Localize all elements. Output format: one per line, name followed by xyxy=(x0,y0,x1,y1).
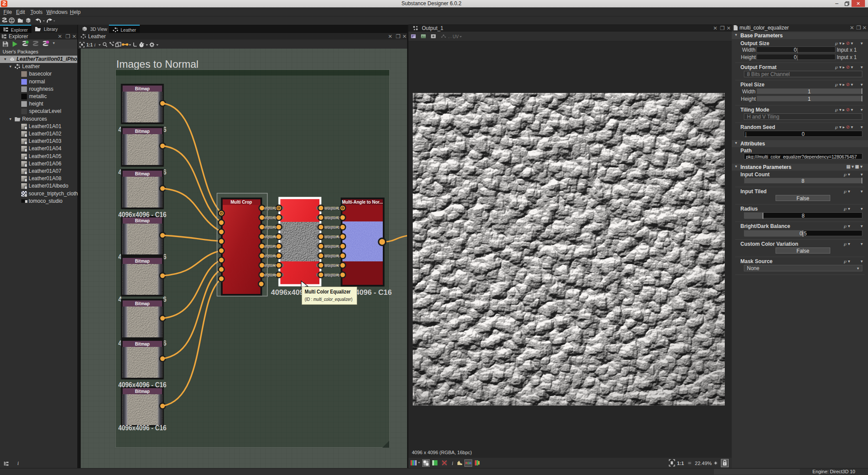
svg-text:i: i xyxy=(94,42,95,47)
svg-text:RGB: RGB xyxy=(465,462,472,465)
svg-text:Input 2: Input 2 xyxy=(264,216,276,220)
svg-text:Bitmap: Bitmap xyxy=(135,259,150,264)
svg-text:Multi Crop: Multi Crop xyxy=(230,200,252,205)
svg-text:Output 7: Output 7 xyxy=(325,264,340,268)
svg-text:Bitmap: Bitmap xyxy=(135,301,150,306)
svg-text:Input 5: Input 5 xyxy=(264,244,276,249)
svg-text:Multi-Angle to Nor...: Multi-Angle to Nor... xyxy=(342,200,383,205)
svg-text:Multi Color Equalizer: Multi Color Equalizer xyxy=(305,288,351,295)
svg-text:Bitmap: Bitmap xyxy=(135,389,150,394)
svg-text:Output 6: Output 6 xyxy=(325,254,340,258)
svg-text:Bitmap: Bitmap xyxy=(135,342,150,346)
svg-text:UV: UV xyxy=(453,34,459,39)
svg-text:Input 7: Input 7 xyxy=(264,264,276,268)
svg-text:Bitmap: Bitmap xyxy=(135,172,150,176)
svg-text:Output 2: Output 2 xyxy=(325,216,340,220)
svg-text:Output 1: Output 1 xyxy=(325,206,340,211)
svg-text:Images to Normal: Images to Normal xyxy=(116,58,198,70)
svg-text:i: i xyxy=(452,460,453,466)
svg-text:4096x4096 - C16: 4096x4096 - C16 xyxy=(118,424,167,432)
svg-text:(ID : multi_color_equalizer): (ID : multi_color_equalizer) xyxy=(305,297,352,302)
svg-text:Input 8: Input 8 xyxy=(264,273,276,277)
svg-text:Output 4: Output 4 xyxy=(325,235,340,239)
svg-text:Bitmap: Bitmap xyxy=(135,129,150,134)
svg-text:1:1: 1:1 xyxy=(677,461,684,466)
svg-text:Bitmap: Bitmap xyxy=(135,86,150,91)
svg-text:Output 5: Output 5 xyxy=(325,244,340,249)
svg-text:Input 1: Input 1 xyxy=(264,206,276,211)
svg-text:4096x4096 - C16: 4096x4096 - C16 xyxy=(118,211,167,219)
svg-text:Output 3: Output 3 xyxy=(325,225,340,230)
svg-text:Bitmap: Bitmap xyxy=(135,218,150,223)
svg-text:4096x4096 - C16: 4096x4096 - C16 xyxy=(118,381,167,389)
svg-text:Input 6: Input 6 xyxy=(264,254,276,258)
svg-text:Input 3: Input 3 xyxy=(264,225,276,230)
svg-text:22.49%: 22.49% xyxy=(695,461,712,466)
svg-text:Output 8: Output 8 xyxy=(325,273,340,277)
svg-text:, .: , . xyxy=(448,34,452,39)
svg-text:Input 4: Input 4 xyxy=(264,235,276,239)
svg-text:1:1: 1:1 xyxy=(86,43,93,47)
